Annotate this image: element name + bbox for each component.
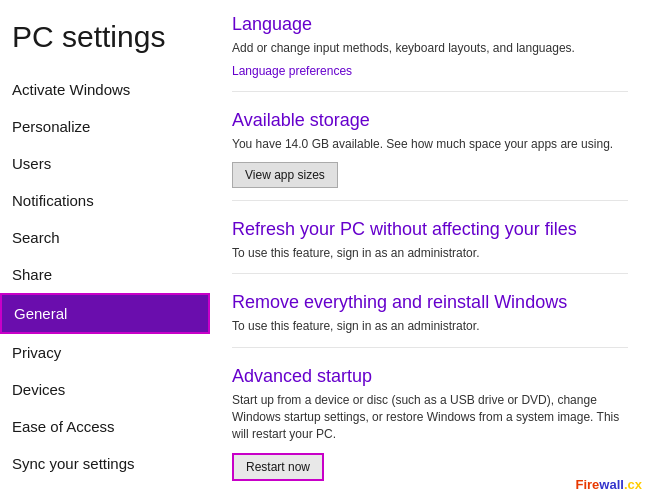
sidebar-item-search[interactable]: Search [0,219,210,256]
sidebar-item-activate-windows[interactable]: Activate Windows [0,71,210,108]
watermark-cx: .cx [624,477,642,492]
section-button-advanced-startup[interactable]: Restart now [232,453,324,481]
watermark-wall: wall [599,477,624,492]
section-title-refresh-pc: Refresh your PC without affecting your f… [232,219,628,240]
section-title-advanced-startup: Advanced startup [232,366,628,387]
sidebar-item-personalize[interactable]: Personalize [0,108,210,145]
sidebar-item-sync-your-settings[interactable]: Sync your settings [0,445,210,482]
section-desc-advanced-startup: Start up from a device or disc (such as … [232,392,628,442]
section-link-language[interactable]: Language preferences [232,64,352,78]
section-available-storage: Available storageYou have 14.0 GB availa… [232,110,628,201]
section-desc-refresh-pc: To use this feature, sign in as an admin… [232,245,628,262]
section-advanced-startup: Advanced startupStart up from a device o… [232,366,628,480]
sidebar-item-share[interactable]: Share [0,256,210,293]
section-refresh-pc: Refresh your PC without affecting your f… [232,219,628,275]
section-title-remove-everything: Remove everything and reinstall Windows [232,292,628,313]
sidebar-item-general[interactable]: General [0,293,210,334]
section-button-available-storage[interactable]: View app sizes [232,162,338,188]
sidebar: PC settings Activate WindowsPersonalizeU… [0,0,210,500]
sidebar-item-devices[interactable]: Devices [0,371,210,408]
main-content: LanguageAdd or change input methods, key… [210,0,650,500]
section-desc-language: Add or change input methods, keyboard la… [232,40,628,57]
section-title-language: Language [232,14,628,35]
watermark: Firewall.cx [576,477,643,492]
section-desc-remove-everything: To use this feature, sign in as an admin… [232,318,628,335]
section-language: LanguageAdd or change input methods, key… [232,14,628,92]
section-title-available-storage: Available storage [232,110,628,131]
section-desc-available-storage: You have 14.0 GB available. See how much… [232,136,628,153]
watermark-fire: Fire [576,477,600,492]
sidebar-item-privacy[interactable]: Privacy [0,334,210,371]
section-remove-everything: Remove everything and reinstall WindowsT… [232,292,628,348]
sidebar-item-users[interactable]: Users [0,145,210,182]
app-title: PC settings [0,10,210,71]
sidebar-item-ease-of-access[interactable]: Ease of Access [0,408,210,445]
sidebar-item-notifications[interactable]: Notifications [0,182,210,219]
